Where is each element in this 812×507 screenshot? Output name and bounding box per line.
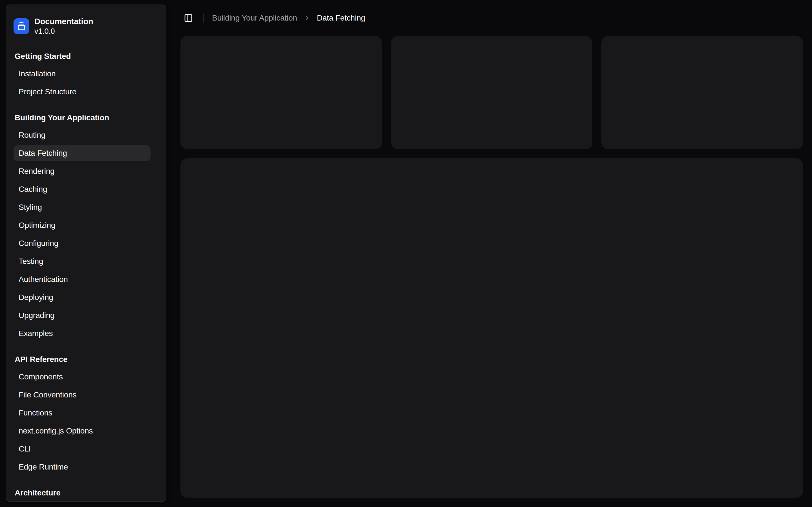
breadcrumb-parent-link[interactable]: Building Your Application bbox=[212, 13, 297, 22]
sidebar-item-styling[interactable]: Styling bbox=[13, 200, 151, 215]
sidebar-item-examples[interactable]: Examples bbox=[13, 326, 151, 341]
breadcrumb-separator bbox=[303, 14, 311, 22]
breadcrumb: Building Your Application Data Fetching bbox=[212, 13, 365, 22]
placeholder-card bbox=[601, 36, 803, 149]
sidebar-item-configuring[interactable]: Configuring bbox=[13, 235, 151, 251]
sidebar-item-deploying[interactable]: Deploying bbox=[13, 290, 151, 305]
placeholder-card bbox=[181, 36, 382, 149]
sidebar-header[interactable]: Documentation v1.0.0 bbox=[6, 5, 166, 36]
main-header: Building Your Application Data Fetching bbox=[171, 0, 812, 36]
sidebar-item-functions[interactable]: Functions bbox=[13, 405, 151, 421]
sidebar-item-optimizing[interactable]: Optimizing bbox=[13, 217, 151, 233]
header-separator bbox=[203, 13, 204, 22]
sidebar-section-label: Building Your Application bbox=[6, 112, 166, 123]
sidebar-toggle-button[interactable] bbox=[181, 10, 196, 26]
placeholder-card-grid bbox=[181, 36, 803, 149]
sidebar-nav: Getting StartedInstallationProject Struc… bbox=[6, 36, 166, 502]
sidebar-item-edge-runtime[interactable]: Edge Runtime bbox=[13, 459, 151, 475]
sidebar-item-installation[interactable]: Installation bbox=[13, 66, 151, 82]
sidebar-item-caching[interactable]: Caching bbox=[13, 181, 151, 197]
sidebar-menu: InstallationProject Structure bbox=[6, 66, 166, 100]
app-meta: Documentation v1.0.0 bbox=[35, 16, 93, 36]
sidebar-section-building-your-application: Building Your ApplicationRoutingData Fet… bbox=[6, 100, 166, 341]
sidebar-section-label: Getting Started bbox=[6, 51, 166, 62]
sidebar-item-next-config-js-options[interactable]: next.config.js Options bbox=[13, 423, 151, 439]
app-version: v1.0.0 bbox=[35, 26, 93, 36]
placeholder-card bbox=[391, 36, 593, 149]
panel-left-icon bbox=[184, 13, 193, 22]
gallery-vertical-end-icon bbox=[17, 22, 26, 31]
sidebar: Documentation v1.0.0 Getting StartedInst… bbox=[6, 4, 166, 502]
sidebar-section-label: Architecture bbox=[6, 487, 166, 499]
sidebar-item-authentication[interactable]: Authentication bbox=[13, 272, 151, 287]
sidebar-item-data-fetching[interactable]: Data Fetching bbox=[13, 145, 151, 161]
sidebar-menu: ComponentsFile ConventionsFunctionsnext.… bbox=[6, 369, 166, 475]
sidebar-item-testing[interactable]: Testing bbox=[13, 253, 151, 269]
sidebar-item-rendering[interactable]: Rendering bbox=[13, 163, 151, 179]
page: { "app": { "name": "Documentation", "ver… bbox=[0, 0, 812, 507]
sidebar-item-cli[interactable]: CLI bbox=[13, 441, 151, 457]
sidebar-item-routing[interactable]: Routing bbox=[13, 127, 151, 143]
sidebar-item-file-conventions[interactable]: File Conventions bbox=[13, 387, 151, 403]
main-content bbox=[181, 36, 803, 498]
sidebar-item-upgrading[interactable]: Upgrading bbox=[13, 307, 151, 323]
app-title: Documentation bbox=[35, 16, 93, 26]
sidebar-menu: RoutingData FetchingRenderingCachingStyl… bbox=[6, 127, 166, 341]
placeholder-panel bbox=[181, 158, 803, 498]
sidebar-section-label: API Reference bbox=[6, 354, 166, 365]
sidebar-item-components[interactable]: Components bbox=[13, 369, 151, 385]
breadcrumb-current: Data Fetching bbox=[317, 13, 365, 22]
main-area: Building Your Application Data Fetching bbox=[171, 0, 812, 507]
sidebar-item-project-structure[interactable]: Project Structure bbox=[13, 84, 151, 100]
sidebar-section-getting-started: Getting StartedInstallationProject Struc… bbox=[6, 36, 166, 100]
sidebar-section-architecture: ArchitectureAccessibility bbox=[6, 475, 166, 502]
app-logo bbox=[13, 18, 29, 34]
sidebar-section-api-reference: API ReferenceComponentsFile ConventionsF… bbox=[6, 341, 166, 475]
chevron-right-icon bbox=[303, 14, 311, 22]
